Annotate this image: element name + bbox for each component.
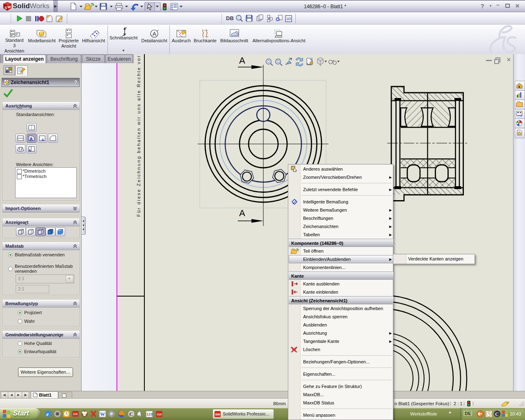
svg-text:A: A (239, 208, 245, 218)
svg-text:A: A (239, 55, 245, 66)
svg-text:W: W (7, 5, 11, 9)
svg-text:SW: SW (215, 413, 221, 416)
svg-text:A: A (41, 138, 44, 142)
svg-text:SW: SW (73, 413, 78, 415)
svg-text:A: A (30, 137, 33, 142)
svg-text:S: S (5, 6, 7, 10)
svg-text:W: W (100, 411, 105, 417)
svg-text:3: 3 (151, 412, 153, 416)
svg-text:2D: 2D (286, 17, 291, 21)
svg-text:A: A (153, 31, 156, 37)
svg-text:A: A (28, 148, 31, 153)
svg-text:e: e (46, 411, 49, 417)
svg-text:C: C (129, 411, 133, 417)
svg-text:SW: SW (157, 413, 162, 416)
svg-text:C: C (495, 411, 499, 417)
